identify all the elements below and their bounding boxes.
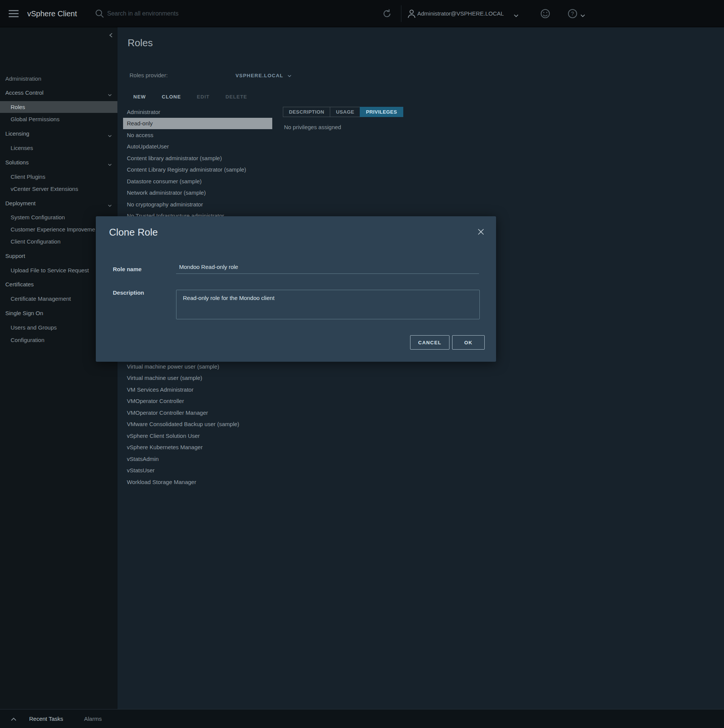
cancel-button[interactable]: CANCEL (410, 335, 449, 350)
role-row[interactable]: vSphere Client Solution User (123, 430, 297, 442)
role-row[interactable]: Datastore consumer (sample) (123, 175, 272, 187)
sidebar-collapse-icon[interactable] (109, 33, 113, 39)
sidebar: Administration Access Control Roles Glob… (0, 27, 117, 709)
close-icon[interactable] (477, 228, 484, 236)
role-row[interactable]: VM Services Administrator (123, 384, 297, 395)
ok-button[interactable]: OK (452, 335, 485, 350)
chevron-down-icon (287, 73, 292, 78)
role-row[interactable]: Administrator (123, 106, 272, 118)
help-icon[interactable]: ? (567, 8, 578, 20)
chevron-down-icon (108, 161, 112, 167)
bottom-panel-bar: Recent Tasks Alarms (0, 709, 724, 728)
role-row-selected[interactable]: Read-only (123, 118, 272, 130)
chevron-down-icon (108, 132, 112, 139)
tab-description[interactable]: DESCRIPTION (283, 107, 330, 117)
sidebar-item-global-permissions[interactable]: Global Permissions (0, 113, 117, 125)
role-name-input[interactable] (176, 262, 479, 274)
role-name-label: Role name (113, 266, 142, 272)
role-row[interactable]: No access (123, 129, 272, 141)
roles-provider-dropdown[interactable]: VSPHERE.LOCAL (236, 73, 292, 78)
svg-text:?: ? (571, 11, 574, 17)
role-row[interactable]: vStatsAdmin (123, 453, 297, 465)
role-detail-tabs: DESCRIPTION USAGE PRIVILEGES (283, 107, 403, 117)
refresh-icon[interactable] (382, 8, 392, 20)
search-icon (95, 9, 105, 20)
sidebar-group-licensing[interactable]: Licensing (0, 128, 117, 139)
sidebar-item-licenses[interactable]: Licenses (0, 142, 117, 154)
role-row[interactable]: VMOperator Controller (123, 395, 297, 407)
role-row[interactable]: Network administrator (sample) (123, 187, 272, 199)
sidebar-group-solutions[interactable]: Solutions (0, 156, 117, 168)
user-menu[interactable]: Administrator@VSPHERE.LOCAL (417, 0, 504, 27)
role-row[interactable]: VMware Consolidated Backup user (sample) (123, 419, 297, 430)
clone-role-dialog: Clone Role Role name Description Read-on… (96, 216, 496, 362)
role-row[interactable]: Workload Storage Manager (123, 476, 297, 488)
delete-role-button[interactable]: DELETE (225, 94, 247, 100)
hamburger-menu-icon[interactable] (8, 10, 19, 19)
role-row[interactable]: VMOperator Controller Manager (123, 407, 297, 419)
role-row[interactable]: Content Library Registry administrator (… (123, 164, 272, 176)
chevron-down-icon (108, 202, 112, 208)
chevron-up-icon[interactable] (11, 716, 17, 723)
tab-usage[interactable]: USAGE (330, 107, 360, 117)
role-row[interactable]: Virtual machine power user (sample) (123, 361, 297, 372)
tab-privileges[interactable]: PRIVILEGES (360, 107, 403, 117)
description-label: Description (113, 289, 144, 296)
clone-role-button[interactable]: CLONE (162, 94, 181, 100)
user-icon (407, 9, 417, 20)
feedback-smiley-icon[interactable] (540, 8, 551, 20)
topbar-divider (401, 5, 401, 22)
role-row[interactable]: vStatsUser (123, 465, 297, 476)
roles-list-continued: Virtual machine power user (sample) Virt… (123, 361, 297, 488)
role-row[interactable]: vSphere Kubernetes Manager (123, 442, 297, 453)
new-role-button[interactable]: NEW (133, 94, 146, 100)
description-textarea[interactable]: Read-only role for the Mondoo client (176, 290, 480, 319)
sidebar-heading-administration: Administration (0, 73, 117, 84)
dialog-title: Clone Role (109, 227, 158, 238)
role-row[interactable]: No cryptography administrator (123, 198, 272, 210)
sidebar-item-roles[interactable]: Roles (0, 101, 117, 113)
sidebar-item-client-plugins[interactable]: Client Plugins (0, 171, 117, 183)
roles-toolbar: NEW CLONE EDIT DELETE (133, 94, 247, 100)
tab-alarms[interactable]: Alarms (84, 709, 102, 728)
chevron-down-icon[interactable] (580, 12, 585, 19)
sidebar-group-deployment[interactable]: Deployment (0, 197, 117, 209)
role-row[interactable]: AutoUpdateUser (123, 141, 272, 153)
roles-provider-label: Roles provider: (130, 72, 168, 78)
top-bar: vSphere Client Administrator@VSPHERE.LOC… (0, 0, 724, 27)
edit-role-button[interactable]: EDIT (197, 94, 210, 100)
sidebar-item-vcenter-server-extensions[interactable]: vCenter Server Extensions (0, 183, 117, 195)
roles-list: Administrator Read-only No access AutoUp… (123, 106, 272, 222)
app-title: vSphere Client (27, 0, 77, 27)
role-row[interactable]: Virtual machine user (sample) (123, 372, 297, 384)
role-row[interactable]: Content library administrator (sample) (123, 152, 272, 164)
sidebar-group-access-control[interactable]: Access Control (0, 87, 117, 98)
chevron-down-icon[interactable] (513, 12, 519, 19)
page-title: Roles (128, 37, 153, 49)
chevron-down-icon (108, 91, 112, 98)
search-input[interactable] (107, 7, 304, 20)
privileges-empty-message: No privileges assigned (284, 124, 341, 130)
tab-recent-tasks[interactable]: Recent Tasks (29, 709, 63, 728)
